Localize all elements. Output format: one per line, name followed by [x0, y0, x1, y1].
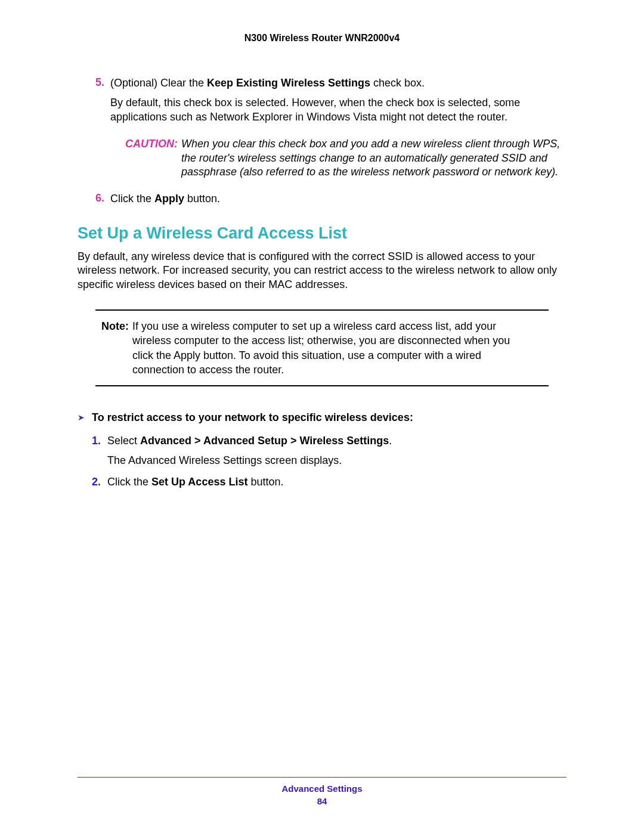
step-6-lead: Click the: [110, 193, 154, 205]
page: N300 Wireless Router WNR2000v4 5. (Optio…: [0, 0, 644, 833]
step-6-tail: button.: [184, 193, 220, 205]
t1-follow: The Advanced Wireless Settings screen di…: [107, 453, 566, 467]
caution-body: When you clear this check box and you ad…: [181, 137, 566, 179]
task-step-1: 1. Select Advanced > Advanced Setup > Wi…: [78, 433, 566, 467]
page-footer: Advanced Settings 84: [78, 777, 566, 806]
section-heading: Set Up a Wireless Card Access List: [78, 224, 566, 243]
task-step-number: 1.: [92, 433, 107, 467]
footer-page-number: 84: [78, 796, 566, 806]
caution-label: CAUTION:: [125, 137, 181, 179]
t1-lead: Select: [107, 435, 140, 447]
step-body: Click the Apply button.: [110, 192, 566, 206]
note-box: Note: If you use a wireless computer to …: [95, 309, 549, 386]
step-body: (Optional) Clear the Keep Existing Wirel…: [110, 76, 566, 124]
document-header: N300 Wireless Router WNR2000v4: [78, 33, 566, 44]
t1-tail: .: [389, 435, 392, 447]
note-label: Note:: [101, 319, 132, 377]
section-intro: By default, any wireless device that is …: [78, 250, 566, 292]
t2-lead: Click the: [107, 476, 151, 488]
step-number: 6.: [78, 192, 110, 206]
caution-block: CAUTION: When you clear this check box a…: [125, 137, 566, 179]
footer-section-name: Advanced Settings: [78, 784, 566, 794]
t2-tail: button.: [247, 476, 283, 488]
task-title: To restrict access to your network to sp…: [92, 410, 566, 425]
task-step-body: Click the Set Up Access List button.: [107, 475, 566, 489]
note-body: If you use a wireless computer to set up…: [132, 319, 543, 377]
step-6: 6. Click the Apply button.: [78, 192, 566, 206]
footer-rule: [78, 777, 566, 778]
t1-bold: Advanced > Advanced Setup > Wireless Set…: [140, 435, 389, 447]
step-6-bold: Apply: [154, 193, 184, 205]
step-number: 5.: [78, 76, 110, 124]
task-step-2: 2. Click the Set Up Access List button.: [78, 475, 566, 489]
task-heading: ➤ To restrict access to your network to …: [78, 410, 566, 425]
task-step-body: Select Advanced > Advanced Setup > Wirel…: [107, 433, 566, 467]
task-arrow-icon: ➤: [78, 410, 92, 424]
task-step-number: 2.: [92, 475, 107, 489]
step-5: 5. (Optional) Clear the Keep Existing Wi…: [78, 76, 566, 124]
step-5-bold: Keep Existing Wireless Settings: [207, 77, 370, 89]
step-5-follow: By default, this check box is selected. …: [110, 96, 566, 124]
t2-bold: Set Up Access List: [151, 476, 247, 488]
step-5-lead: (Optional) Clear the: [110, 77, 207, 89]
step-5-tail: check box.: [370, 77, 425, 89]
